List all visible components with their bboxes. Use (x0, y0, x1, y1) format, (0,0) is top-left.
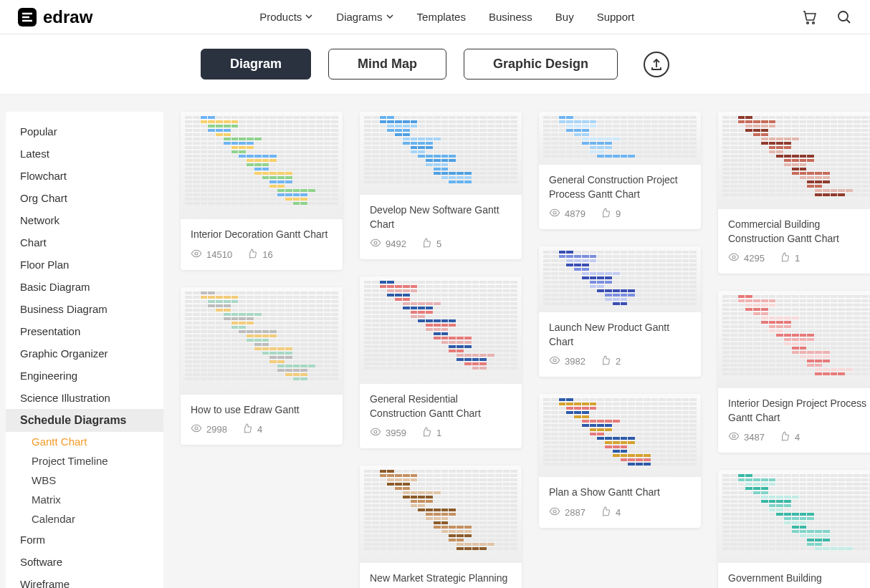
views-count: 3487 (744, 432, 765, 443)
header: edraw ProductsDiagramsTemplatesBusinessB… (0, 0, 870, 34)
template-gallery: Interior Decoration Gantt Chart1451016Ho… (181, 112, 870, 588)
card-body: Interior Design Project Process Gantt Ch… (718, 388, 870, 453)
likes-stat: 1 (421, 426, 441, 440)
sidebar-item-presentation[interactable]: Presentation (6, 320, 163, 342)
card-title: How to use Edraw Gantt (191, 403, 333, 418)
template-card[interactable]: Launch New Product Gantt Chart39822 (539, 246, 701, 377)
sidebar-item-engineering[interactable]: Engineering (6, 365, 163, 387)
svg-point-5 (195, 427, 198, 430)
sidebar-subitem-calendar[interactable]: Calendar (6, 509, 163, 529)
svg-point-4 (195, 252, 198, 255)
cart-icon[interactable] (801, 9, 818, 26)
svg-point-10 (553, 359, 556, 362)
views-count: 3959 (386, 428, 406, 438)
sidebar-item-schedule-diagrams[interactable]: Schedule Diagrams (6, 409, 163, 432)
svg-point-6 (374, 241, 377, 244)
card-stats: 34874 (728, 430, 870, 444)
likes-count: 4 (257, 424, 262, 435)
template-card[interactable]: Interior Design Project Process Gantt Ch… (718, 291, 870, 453)
nav-item-products[interactable]: Products (259, 11, 313, 23)
template-card[interactable]: New Market Strategic Planning Gantt Char… (360, 466, 522, 588)
views-count: 3982 (565, 356, 585, 367)
sidebar-subitem-matrix[interactable]: Matrix (6, 490, 163, 509)
thumb-up-icon (600, 207, 611, 221)
card-stats: 48799 (549, 207, 691, 221)
views-count: 9492 (386, 238, 406, 249)
nav-item-support[interactable]: Support (597, 11, 635, 23)
sidebar-item-floor-plan[interactable]: Floor Plan (6, 254, 163, 276)
card-title: General Construction Project Process Gan… (549, 173, 691, 201)
sidebar-item-business-diagram[interactable]: Business Diagram (6, 298, 163, 320)
card-stats: 39822 (549, 355, 691, 368)
template-card[interactable]: Develop New Software Gantt Chart94925 (360, 112, 522, 259)
upload-button[interactable] (644, 52, 669, 77)
svg-point-13 (732, 435, 735, 438)
views-stat: 2887 (549, 506, 585, 519)
card-title: Plan a Show Gantt Chart (549, 486, 691, 500)
card-stats: 94925 (370, 237, 512, 251)
nav-label: Products (259, 11, 302, 23)
template-card[interactable]: Plan a Show Gantt Chart28874 (539, 394, 701, 528)
template-card[interactable]: General Residential Construction Gantt C… (360, 276, 522, 448)
tab-graphic-design[interactable]: Graphic Design (464, 49, 618, 79)
likes-count: 4 (795, 432, 800, 443)
sidebar: PopularLatestFlowchartOrg ChartNetworkCh… (6, 112, 163, 588)
nav-label: Diagrams (336, 11, 382, 23)
card-body: Interior Decoration Gantt Chart1451016 (181, 219, 343, 270)
likes-stat: 16 (247, 248, 272, 261)
template-card[interactable]: How to use Edraw Gantt29984 (181, 287, 343, 445)
views-stat: 4879 (549, 207, 585, 221)
likes-count: 4 (616, 507, 621, 518)
tab-mind-map[interactable]: Mind Map (328, 49, 446, 79)
sidebar-item-latest[interactable]: Latest (6, 143, 163, 165)
views-count: 4295 (744, 253, 765, 264)
thumb-up-icon (247, 248, 258, 261)
category-tabs: DiagramMind MapGraphic Design (0, 34, 870, 95)
template-card[interactable]: Commercial Building Construction Gantt C… (718, 112, 870, 274)
tab-diagram[interactable]: Diagram (201, 49, 311, 79)
card-thumbnail (360, 466, 522, 563)
card-title: Commercial Building Construction Gantt C… (728, 218, 870, 246)
sidebar-item-flowchart[interactable]: Flowchart (6, 165, 163, 187)
card-body: Plan a Show Gantt Chart28874 (539, 477, 701, 528)
nav-item-diagrams[interactable]: Diagrams (336, 11, 393, 23)
nav-item-templates[interactable]: Templates (417, 11, 466, 23)
sidebar-item-wireframe[interactable]: Wireframe (6, 573, 163, 588)
nav-item-buy[interactable]: Buy (555, 11, 574, 23)
edraw-logo-icon (17, 7, 37, 27)
sidebar-item-chart[interactable]: Chart (6, 231, 163, 254)
sidebar-item-basic-diagram[interactable]: Basic Diagram (6, 276, 163, 298)
sidebar-item-form[interactable]: Form (6, 529, 163, 551)
sidebar-item-org-chart[interactable]: Org Chart (6, 187, 163, 209)
sidebar-item-graphic-organizer[interactable]: Graphic Organizer (6, 342, 163, 365)
sidebar-item-network[interactable]: Network (6, 209, 163, 231)
likes-stat: 4 (242, 423, 262, 436)
template-card[interactable]: Government Building Construction Gantt C… (718, 470, 870, 588)
likes-count: 1 (436, 428, 441, 438)
sidebar-item-science-illustration[interactable]: Science Illustration (6, 387, 163, 409)
card-stats: 1451016 (191, 248, 333, 261)
views-count: 4879 (565, 208, 585, 219)
card-stats: 39591 (370, 426, 512, 440)
sidebar-subitem-gantt-chart[interactable]: Gantt Chart (6, 432, 163, 451)
card-title: Launch New Product Gantt Chart (549, 321, 691, 349)
sidebar-item-popular[interactable]: Popular (6, 120, 163, 143)
card-thumbnail (539, 394, 701, 477)
card-body: New Market Strategic Planning Gantt Char… (360, 563, 522, 588)
card-body: Develop New Software Gantt Chart94925 (360, 195, 522, 259)
views-count: 14510 (206, 249, 232, 260)
nav-item-business[interactable]: Business (489, 11, 532, 23)
card-title: Interior Decoration Gantt Chart (191, 228, 333, 242)
sidebar-subitem-wbs[interactable]: WBS (6, 471, 163, 490)
eye-icon (549, 506, 560, 519)
logo[interactable]: edraw (17, 7, 92, 27)
brand-text: edraw (43, 7, 92, 27)
main-nav: ProductsDiagramsTemplatesBusinessBuySupp… (259, 11, 634, 23)
search-icon[interactable] (836, 9, 853, 26)
sidebar-subitem-project-timeline[interactable]: Project Timeline (6, 451, 163, 471)
template-card[interactable]: Interior Decoration Gantt Chart1451016 (181, 112, 343, 270)
sidebar-item-software[interactable]: Software (6, 551, 163, 573)
nav-label: Business (489, 11, 532, 23)
template-card[interactable]: General Construction Project Process Gan… (539, 112, 701, 229)
card-thumbnail (718, 291, 870, 388)
